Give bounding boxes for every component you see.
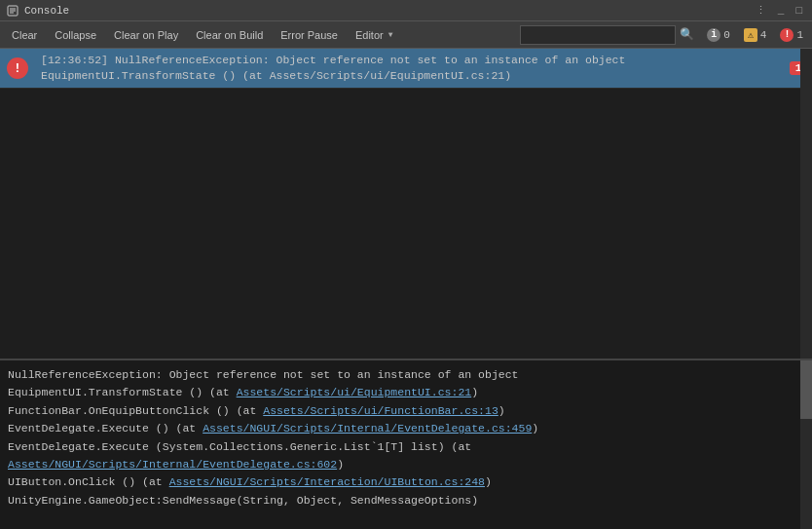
detail-line3: FunctionBar.OnEquipButtonClick () (at As… xyxy=(8,402,804,420)
detail-line1: NullReferenceException: Object reference… xyxy=(8,366,804,384)
info-icon: i xyxy=(707,28,720,42)
error-icon: ! xyxy=(780,28,794,42)
toolbar: Clear Collapse Clear on Play Clear on Bu… xyxy=(0,21,812,49)
clear-on-build-button[interactable]: Clear on Build xyxy=(188,24,271,46)
detail-line2-suffix: ) xyxy=(471,386,478,398)
detail-line2: EquipmentUI.TransformState () (at Assets… xyxy=(8,384,804,401)
detail-line2-prefix: EquipmentUI.TransformState () (at xyxy=(8,386,237,398)
table-row[interactable]: ! [12:36:52] NullReferenceException: Obj… xyxy=(0,49,812,89)
clear-on-play-button[interactable]: Clear on Play xyxy=(106,24,186,46)
log-line1: [12:36:52] NullReferenceException: Objec… xyxy=(41,53,779,68)
detail-panel: NullReferenceException: Object reference… xyxy=(0,359,812,529)
window-controls: ⋮ _ □ xyxy=(752,3,806,18)
console-icon xyxy=(6,4,19,18)
warning-icon: ⚠ xyxy=(744,28,757,42)
warning-count: 4 xyxy=(760,29,767,41)
detail-line3-suffix: ) xyxy=(498,404,505,417)
editor-dropdown-arrow: ▼ xyxy=(388,30,393,39)
log-scrollbar-track[interactable] xyxy=(800,49,812,359)
detail-line4-suffix: ) xyxy=(532,422,538,435)
detail-line7: UnityEngine.GameObject:SendMessage(Strin… xyxy=(8,492,804,510)
menu-icon[interactable]: ⋮ xyxy=(752,3,770,18)
detail-line5-prefix: EventDelegate.Execute (System.Collection… xyxy=(8,440,471,453)
detail-line2-link[interactable]: Assets/Scripts/ui/EquipmentUI.cs:21 xyxy=(237,386,472,398)
title-bar: Console ⋮ _ □ xyxy=(0,0,812,21)
info-badge[interactable]: i 0 xyxy=(702,25,735,45)
log-text: [12:36:52] NullReferenceException: Objec… xyxy=(35,49,785,88)
detail-line3-prefix: FunctionBar.OnEquipButtonClick () (at xyxy=(8,404,263,417)
detail-line5-suffix: ) xyxy=(337,458,344,471)
error-pause-button[interactable]: Error Pause xyxy=(273,24,346,46)
log-line2: EquipmentUI.TransformState () (at Assets… xyxy=(41,68,779,84)
detail-scrollbar-thumb[interactable] xyxy=(800,360,812,419)
error-count: 1 xyxy=(796,29,803,41)
detail-line4-prefix: EventDelegate.Execute () (at xyxy=(8,422,203,435)
detail-line4: EventDelegate.Execute () (at Assets/NGUI… xyxy=(8,420,804,437)
detail-line5-link[interactable]: Assets/NGUI/Scripts/Internal/EventDelega… xyxy=(8,458,337,471)
info-count: 0 xyxy=(723,29,730,41)
editor-button[interactable]: Editor xyxy=(348,24,387,46)
warning-badge[interactable]: ⚠ 4 xyxy=(739,25,772,45)
detail-scrollbar-track[interactable] xyxy=(800,360,812,529)
search-icon: 🔍 xyxy=(680,27,694,42)
error-badge[interactable]: ! 1 xyxy=(775,25,808,45)
collapse-button[interactable]: Collapse xyxy=(47,24,104,46)
editor-dropdown[interactable]: Editor ▼ xyxy=(348,24,393,46)
status-badges: i 0 ⚠ 4 ! 1 xyxy=(702,25,808,45)
detail-line3-link[interactable]: Assets/Scripts/ui/FunctionBar.cs:13 xyxy=(263,404,498,417)
error-entry-icon: ! xyxy=(7,57,28,79)
maximize-button[interactable]: □ xyxy=(792,4,806,18)
log-icon-col: ! xyxy=(0,49,35,88)
detail-line6: UIButton.OnClick () (at Assets/NGUI/Scri… xyxy=(8,473,804,491)
window-title: Console xyxy=(24,5,69,17)
detail-line4-link[interactable]: Assets/NGUI/Scripts/Internal/EventDelega… xyxy=(203,422,532,435)
detail-line6-prefix: UIButton.OnClick () (at xyxy=(8,475,169,488)
detail-line6-link[interactable]: Assets/NGUI/Scripts/Interaction/UIButton… xyxy=(169,475,485,488)
detail-line5: EventDelegate.Execute (System.Collection… xyxy=(8,438,804,474)
search-input[interactable] xyxy=(520,25,676,45)
minimize-button[interactable]: _ xyxy=(774,4,789,18)
console-log[interactable]: ! [12:36:52] NullReferenceException: Obj… xyxy=(0,49,812,359)
search-area: 🔍 xyxy=(520,25,694,45)
clear-button[interactable]: Clear xyxy=(4,24,45,46)
detail-line6-suffix: ) xyxy=(485,475,492,488)
